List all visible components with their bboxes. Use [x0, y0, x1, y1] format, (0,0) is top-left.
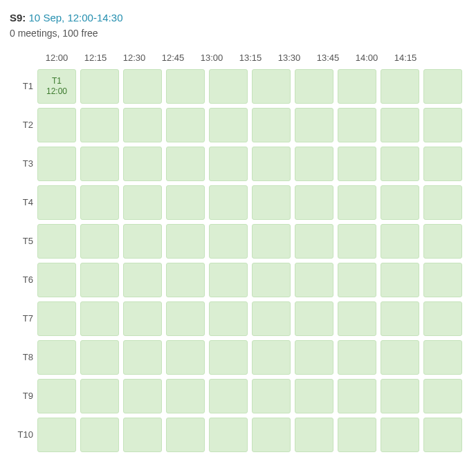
time-slot-cell[interactable] [37, 263, 76, 297]
time-slot-cell[interactable] [209, 340, 248, 375]
time-slot-cell[interactable] [381, 263, 419, 297]
time-slot-cell[interactable] [80, 185, 119, 220]
time-slot-cell[interactable] [252, 379, 291, 413]
time-slot-cell[interactable] [338, 224, 376, 259]
time-slot-cell[interactable] [209, 224, 248, 259]
time-slot-cell[interactable] [209, 185, 248, 220]
time-slot-cell[interactable] [295, 224, 333, 259]
time-slot-cell[interactable] [166, 301, 205, 336]
time-slot-cell[interactable] [166, 340, 205, 375]
time-slot-cell[interactable] [80, 340, 119, 375]
time-slot-cell[interactable] [423, 301, 462, 336]
time-slot-cell[interactable] [381, 108, 419, 142]
time-slot-cell[interactable] [338, 418, 376, 452]
time-slot-cell[interactable] [338, 108, 376, 142]
time-slot-cell[interactable] [295, 340, 333, 375]
time-slot-cell[interactable] [123, 185, 162, 220]
time-slot-cell[interactable] [295, 185, 333, 220]
time-slot-cell[interactable] [252, 418, 291, 452]
time-slot-cell[interactable] [423, 185, 462, 220]
time-slot-cell[interactable] [80, 108, 119, 142]
time-slot-cell[interactable] [295, 263, 333, 297]
time-slot-cell[interactable] [80, 147, 119, 181]
time-slot-cell[interactable] [295, 379, 333, 413]
time-slot-cell[interactable] [37, 340, 76, 375]
time-slot-cell[interactable] [381, 418, 419, 452]
time-slot-cell[interactable] [209, 69, 248, 104]
time-slot-cell[interactable] [423, 224, 462, 259]
time-slot-cell[interactable] [252, 69, 291, 104]
time-slot-cell[interactable] [80, 224, 119, 259]
time-slot-cell[interactable] [123, 69, 162, 104]
time-slot-cell[interactable] [209, 263, 248, 297]
time-slot-cell[interactable] [166, 418, 205, 452]
time-slot-cell[interactable] [80, 69, 119, 104]
time-slot-cell[interactable] [37, 379, 76, 413]
time-slot-cell[interactable] [166, 263, 205, 297]
time-slot-cell[interactable] [123, 379, 162, 413]
time-slot-cell[interactable] [381, 69, 419, 104]
time-slot-cell[interactable] [381, 185, 419, 220]
time-slot-cell[interactable] [381, 147, 419, 181]
time-slot-cell[interactable]: T112:00 [37, 69, 76, 104]
time-slot-cell[interactable] [123, 340, 162, 375]
time-slot-cell[interactable] [37, 108, 76, 142]
time-slot-cell[interactable] [252, 301, 291, 336]
time-slot-cell[interactable] [423, 379, 462, 413]
time-slot-cell[interactable] [295, 418, 333, 452]
time-slot-cell[interactable] [295, 108, 333, 142]
time-slot-cell[interactable] [209, 108, 248, 142]
time-slot-cell[interactable] [209, 379, 248, 413]
time-slot-cell[interactable] [166, 379, 205, 413]
time-slot-cell[interactable] [295, 69, 333, 104]
time-slot-cell[interactable] [166, 69, 205, 104]
time-slot-cell[interactable] [338, 263, 376, 297]
time-slot-cell[interactable] [252, 263, 291, 297]
time-slot-cell[interactable] [123, 224, 162, 259]
time-slot-cell[interactable] [80, 418, 119, 452]
time-slot-cell[interactable] [166, 224, 205, 259]
time-slot-cell[interactable] [295, 147, 333, 181]
time-slot-cell[interactable] [252, 185, 291, 220]
time-slot-cell[interactable] [37, 147, 76, 181]
time-slot-cell[interactable] [37, 185, 76, 220]
time-slot-cell[interactable] [423, 69, 462, 104]
time-slot-cell[interactable] [209, 418, 248, 452]
time-slot-cell[interactable] [166, 185, 205, 220]
time-slot-cell[interactable] [252, 108, 291, 142]
time-slot-cell[interactable] [338, 147, 376, 181]
time-slot-cell[interactable] [123, 108, 162, 142]
time-slot-cell[interactable] [423, 418, 462, 452]
time-slot-cell[interactable] [252, 224, 291, 259]
time-slot-cell[interactable] [37, 418, 76, 452]
time-slot-cell[interactable] [338, 185, 376, 220]
time-slot-cell[interactable] [252, 147, 291, 181]
time-slot-cell[interactable] [423, 340, 462, 375]
time-slot-cell[interactable] [423, 108, 462, 142]
time-slot-cell[interactable] [423, 263, 462, 297]
time-slot-cell[interactable] [123, 418, 162, 452]
time-slot-cell[interactable] [80, 263, 119, 297]
time-slot-cell[interactable] [80, 379, 119, 413]
time-slot-cell[interactable] [80, 301, 119, 336]
time-slot-cell[interactable] [252, 340, 291, 375]
time-slot-cell[interactable] [166, 147, 205, 181]
time-slot-cell[interactable] [166, 108, 205, 142]
time-slot-cell[interactable] [123, 301, 162, 336]
time-slot-cell[interactable] [37, 224, 76, 259]
time-slot-cell[interactable] [123, 263, 162, 297]
time-slot-cell[interactable] [338, 340, 376, 375]
time-slot-cell[interactable] [209, 301, 248, 336]
time-slot-cell[interactable] [295, 301, 333, 336]
time-slot-cell[interactable] [37, 301, 76, 336]
time-slot-cell[interactable] [381, 340, 419, 375]
time-slot-cell[interactable] [381, 301, 419, 336]
time-slot-cell[interactable] [381, 224, 419, 259]
time-slot-cell[interactable] [338, 69, 376, 104]
time-slot-cell[interactable] [423, 147, 462, 181]
time-slot-cell[interactable] [338, 379, 376, 413]
time-slot-cell[interactable] [381, 379, 419, 413]
time-slot-cell[interactable] [338, 301, 376, 336]
time-slot-cell[interactable] [123, 147, 162, 181]
time-slot-cell[interactable] [209, 147, 248, 181]
